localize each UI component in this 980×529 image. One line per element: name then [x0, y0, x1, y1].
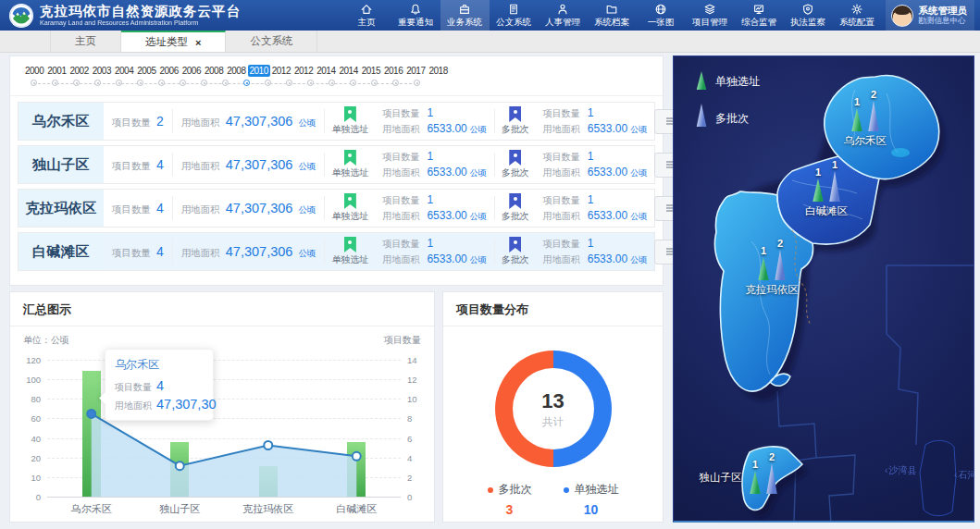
tab-item[interactable]: 公文系统 — [226, 31, 317, 52]
timeline-dot[interactable] — [180, 80, 186, 86]
data-point[interactable] — [353, 452, 361, 461]
data-point[interactable] — [264, 441, 272, 449]
nav-item-bell[interactable]: 重要通知 — [391, 0, 440, 31]
timeline-dot[interactable] — [414, 80, 420, 86]
timeline-dot[interactable] — [286, 80, 292, 86]
timeline-dot[interactable] — [158, 80, 165, 86]
year-dot-cell[interactable] — [193, 80, 215, 90]
land-area-label: 用地面积 — [543, 253, 580, 266]
map-marker[interactable]: 12独山子区 — [750, 451, 778, 494]
map-marker[interactable]: 12克拉玛依区 — [745, 238, 799, 297]
timeline-dot[interactable] — [116, 80, 122, 86]
x-axis-category-label: 克拉玛依区 — [224, 502, 313, 516]
year-dot-cell[interactable] — [215, 80, 236, 90]
map-legend-label: 多批次 — [715, 111, 749, 127]
year-cell[interactable]: 2016 — [382, 65, 404, 77]
year-dot-cell[interactable] — [236, 80, 257, 90]
donut-legend-item[interactable]: 单独选址10 — [564, 482, 619, 517]
data-point[interactable] — [176, 461, 184, 470]
year-dot-cell[interactable] — [23, 80, 44, 90]
year-dot-cell[interactable] — [151, 80, 172, 90]
year-dot-cell[interactable] — [172, 80, 193, 90]
year-cell[interactable]: 2010 — [248, 65, 270, 77]
nav-item-home[interactable]: 主页 — [342, 0, 391, 31]
nav-item-monitor[interactable]: 综合监管 — [735, 0, 784, 31]
year-cell[interactable]: 2006 — [158, 65, 180, 77]
tab-label: 选址类型 — [145, 35, 188, 49]
tab-item[interactable]: 主页 — [50, 31, 121, 52]
year-cell[interactable]: 2014 — [315, 65, 337, 77]
bell-icon — [409, 3, 422, 16]
timeline-dot[interactable] — [307, 80, 314, 86]
district-land-area: 用地面积47,307,306公顷 — [173, 114, 325, 129]
year-cell[interactable]: 2002 — [68, 65, 91, 77]
year-dot-cell[interactable] — [44, 80, 66, 90]
tab-active[interactable]: 选址类型× — [121, 31, 226, 52]
timeline-dot[interactable] — [371, 80, 378, 86]
land-area-value: 47,307,306 — [226, 201, 293, 215]
year-dot-cell[interactable] — [279, 80, 300, 90]
nav-item-gear[interactable]: 系统配置 — [833, 0, 882, 31]
district-row[interactable]: 独山子区项目数量4用地面积47,307,306公顷单独选址项目数量1用地面积65… — [18, 145, 655, 184]
year-dot-cell[interactable] — [108, 80, 130, 90]
year-cell[interactable]: 2001 — [45, 65, 68, 77]
donut-chart[interactable]: 13 共计 — [495, 351, 612, 467]
nav-item-globe[interactable]: 一张图 — [637, 0, 686, 31]
year-cell[interactable]: 2008 — [225, 65, 247, 77]
year-cell[interactable]: 2015 — [360, 65, 382, 77]
timeline-dot[interactable] — [350, 80, 356, 86]
nav-item-person[interactable]: 人事管理 — [539, 0, 588, 31]
timeline-dot[interactable] — [222, 80, 229, 86]
year-dot-cell[interactable] — [87, 80, 108, 90]
nav-item-briefcase[interactable]: 业务系统 — [440, 0, 490, 31]
year-dot-cell[interactable] — [385, 80, 406, 90]
year-cell[interactable]: 2000 — [23, 65, 45, 77]
year-dot-cell[interactable] — [300, 80, 321, 90]
district-row[interactable]: 克拉玛依区项目数量4用地面积47,307,306公顷单独选址项目数量1用地面积6… — [18, 189, 655, 228]
timeline-dot[interactable] — [137, 80, 143, 86]
year-dot-cell[interactable] — [321, 80, 342, 90]
year-cell[interactable]: 2005 — [135, 65, 157, 77]
nav-item-shield[interactable]: 执法监察 — [784, 0, 833, 31]
year-cell[interactable]: 2012 — [292, 65, 315, 77]
stats-line: 用地面积6533.00公顷 — [382, 122, 486, 136]
district-row[interactable]: 乌尔禾区项目数量2用地面积47,307,306公顷单独选址项目数量1用地面积65… — [18, 102, 655, 141]
timeline-dot[interactable] — [201, 80, 207, 86]
timeline-dot[interactable] — [243, 80, 250, 86]
year-dot-cell[interactable] — [66, 80, 87, 90]
year-cell[interactable]: 2006 — [180, 65, 203, 77]
timeline-dot[interactable] — [73, 80, 80, 86]
timeline-dot[interactable] — [265, 80, 271, 86]
timeline-dot[interactable] — [392, 80, 399, 86]
tab-close-icon[interactable]: × — [195, 37, 201, 48]
year-dot-cell[interactable] — [342, 80, 364, 90]
timeline-dot[interactable] — [94, 80, 101, 86]
year-cell[interactable]: 2017 — [404, 65, 427, 77]
data-point[interactable] — [87, 410, 95, 418]
year-dot-cell[interactable] — [257, 80, 279, 90]
donut-legend-item[interactable]: 多批次3 — [488, 482, 532, 517]
single-site-cone-icon — [758, 257, 770, 280]
year-cell[interactable]: 2012 — [270, 65, 292, 77]
user-box[interactable]: 系统管理员 勘测信息中心 — [886, 0, 975, 31]
nav-item-folder[interactable]: 系统档案 — [588, 0, 637, 31]
timeline-dot[interactable] — [31, 80, 37, 86]
nav-item-document[interactable]: 公文系统 — [490, 0, 539, 31]
map-marker[interactable]: 11白碱滩区 — [805, 159, 848, 218]
year-cell[interactable]: 2018 — [428, 65, 450, 77]
timeline-dot[interactable] — [329, 80, 335, 86]
year-cell[interactable]: 2008 — [203, 65, 225, 77]
year-dot-cell[interactable] — [130, 80, 151, 90]
land-area-label: 用地面积 — [181, 117, 220, 129]
district-row[interactable]: 白碱滩区项目数量4用地面积47,307,306公顷单独选址项目数量1用地面积65… — [18, 232, 655, 271]
year-cell[interactable]: 2003 — [91, 65, 113, 77]
land-area-value: 47,307,306 — [226, 157, 293, 172]
timeline-dot[interactable] — [52, 80, 58, 86]
map-marker[interactable]: 12乌尔禾区 — [844, 89, 887, 148]
cone-group: 1 — [758, 245, 770, 280]
year-cell[interactable]: 2004 — [113, 65, 135, 77]
year-dot-cell[interactable] — [364, 80, 385, 90]
year-cell[interactable]: 2014 — [338, 65, 360, 77]
year-dot-cell[interactable] — [406, 80, 428, 90]
nav-item-layers[interactable]: 项目管理 — [686, 0, 735, 31]
